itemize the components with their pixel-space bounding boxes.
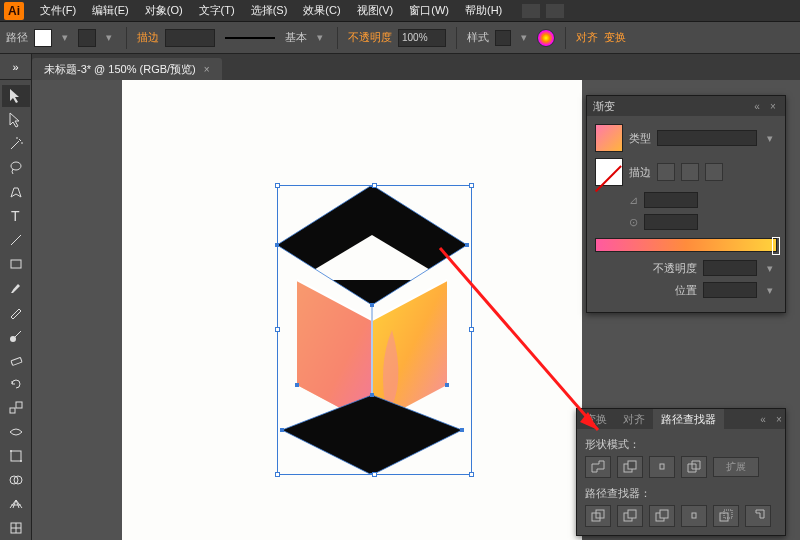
merge-button[interactable] xyxy=(649,505,675,527)
opacity-input[interactable] xyxy=(398,29,446,47)
paintbrush-tool[interactable] xyxy=(2,277,30,299)
lasso-tool[interactable] xyxy=(2,157,30,179)
transform-label[interactable]: 变换 xyxy=(604,30,626,45)
align-label[interactable]: 对齐 xyxy=(576,30,598,45)
crop-button[interactable] xyxy=(681,505,707,527)
divide-button[interactable] xyxy=(585,505,611,527)
svg-rect-46 xyxy=(692,513,696,518)
panel-header[interactable]: 渐变 « × xyxy=(587,96,785,116)
trim-button[interactable] xyxy=(617,505,643,527)
style-label: 样式 xyxy=(467,30,489,45)
gradient-preview-swatch[interactable] xyxy=(595,124,623,152)
ruler-origin[interactable]: » xyxy=(0,54,32,80)
eraser-tool[interactable] xyxy=(2,349,30,371)
app-logo: Ai xyxy=(4,2,24,20)
stroke-swatch[interactable] xyxy=(78,29,96,47)
artboard[interactable] xyxy=(122,80,582,540)
stroke-profile-dropdown-icon[interactable]: ▾ xyxy=(313,31,327,45)
stroke-dropdown-icon[interactable]: ▾ xyxy=(102,31,116,45)
rectangle-tool[interactable] xyxy=(2,253,30,275)
free-transform-tool[interactable] xyxy=(2,445,30,467)
svg-rect-28 xyxy=(465,243,469,247)
selection-tool[interactable] xyxy=(2,85,30,107)
chevron-down-icon[interactable]: ▾ xyxy=(763,283,777,297)
layout-icon[interactable] xyxy=(546,4,564,18)
artwork-cube[interactable] xyxy=(257,185,487,475)
menu-file[interactable]: 文件(F) xyxy=(32,1,84,20)
unite-button[interactable] xyxy=(585,456,611,478)
gradient-aspect-input[interactable] xyxy=(644,214,698,230)
gradient-type-select[interactable] xyxy=(657,130,757,146)
gradient-angle-input[interactable] xyxy=(644,192,698,208)
intersect-button[interactable] xyxy=(649,456,675,478)
menu-select[interactable]: 选择(S) xyxy=(243,1,296,20)
rotate-tool[interactable] xyxy=(2,373,30,395)
pen-tool[interactable] xyxy=(2,181,30,203)
svg-point-9 xyxy=(10,450,12,452)
gradient-none-swatch[interactable] xyxy=(595,158,623,186)
direct-selection-tool[interactable] xyxy=(2,109,30,131)
stroke-apply-mode-3[interactable] xyxy=(705,163,723,181)
fill-swatch[interactable] xyxy=(34,29,52,47)
menu-help[interactable]: 帮助(H) xyxy=(457,1,510,20)
stroke-label[interactable]: 描边 xyxy=(137,30,159,45)
panel-close-icon[interactable]: × xyxy=(773,413,785,425)
magic-wand-tool[interactable] xyxy=(2,133,30,155)
gradient-position-label: 位置 xyxy=(675,283,697,298)
style-dropdown-icon[interactable]: ▾ xyxy=(517,31,531,45)
width-tool[interactable] xyxy=(2,421,30,443)
panel-collapse-icon[interactable]: « xyxy=(751,100,763,112)
document-tab-title: 未标题-3* @ 150% (RGB/预览) xyxy=(44,62,196,77)
svg-line-2 xyxy=(11,235,21,245)
menu-view[interactable]: 视图(V) xyxy=(349,1,402,20)
recolor-btn[interactable] xyxy=(537,29,555,47)
close-icon[interactable]: × xyxy=(204,64,210,75)
gradient-stop-position-input[interactable] xyxy=(703,282,757,298)
pathfinder-panel[interactable]: 变换 对齐 路径查找器 « × 形状模式： 扩展 路径查找器： xyxy=(576,408,786,536)
panel-close-icon[interactable]: × xyxy=(767,100,779,112)
selection-type-label: 路径 xyxy=(6,30,28,45)
minus-back-button[interactable] xyxy=(745,505,771,527)
chevron-down-icon[interactable]: ▾ xyxy=(763,131,777,145)
svg-rect-33 xyxy=(280,428,284,432)
tab-pathfinder[interactable]: 路径查找器 xyxy=(653,409,724,430)
svg-point-10 xyxy=(20,460,22,462)
expand-button[interactable]: 扩展 xyxy=(713,457,759,477)
stroke-style-preview[interactable] xyxy=(225,37,275,39)
fill-dropdown-icon[interactable]: ▾ xyxy=(58,31,72,45)
line-tool[interactable] xyxy=(2,229,30,251)
minus-front-button[interactable] xyxy=(617,456,643,478)
gradient-stop-opacity-input[interactable] xyxy=(703,260,757,276)
chevron-down-icon[interactable]: ▾ xyxy=(763,261,777,275)
layout-icon[interactable] xyxy=(522,4,540,18)
stroke-apply-mode-2[interactable] xyxy=(681,163,699,181)
scale-tool[interactable] xyxy=(2,397,30,419)
tab-transform[interactable]: 变换 xyxy=(577,409,615,430)
menu-effect[interactable]: 效果(C) xyxy=(295,1,348,20)
menu-edit[interactable]: 编辑(E) xyxy=(84,1,137,20)
blob-brush-tool[interactable] xyxy=(2,325,30,347)
shape-builder-tool[interactable] xyxy=(2,469,30,491)
pencil-tool[interactable] xyxy=(2,301,30,323)
divider xyxy=(126,27,127,49)
pathfinder-panel-body: 形状模式： 扩展 路径查找器： xyxy=(577,429,785,540)
stroke-weight-input[interactable] xyxy=(165,29,215,47)
menu-type[interactable]: 文字(T) xyxy=(191,1,243,20)
gradient-type-label: 类型 xyxy=(629,131,651,146)
opacity-label[interactable]: 不透明度 xyxy=(348,30,392,45)
document-tab[interactable]: 未标题-3* @ 150% (RGB/预览) × xyxy=(32,58,222,80)
menu-object[interactable]: 对象(O) xyxy=(137,1,191,20)
gradient-slider[interactable] xyxy=(595,238,777,252)
panel-collapse-icon[interactable]: « xyxy=(757,413,769,425)
exclude-button[interactable] xyxy=(681,456,707,478)
stroke-apply-mode-1[interactable] xyxy=(657,163,675,181)
outline-button[interactable] xyxy=(713,505,739,527)
panel-header[interactable]: 变换 对齐 路径查找器 « × xyxy=(577,409,785,429)
gradient-panel[interactable]: 渐变 « × 类型 ▾ 描边 ⊿ ⊙ xyxy=(586,95,786,313)
type-tool[interactable]: T xyxy=(2,205,30,227)
mesh-tool[interactable] xyxy=(2,517,30,539)
graphic-style-swatch[interactable] xyxy=(495,30,511,46)
tab-align[interactable]: 对齐 xyxy=(615,409,653,430)
perspective-grid-tool[interactable] xyxy=(2,493,30,515)
menu-window[interactable]: 窗口(W) xyxy=(401,1,457,20)
